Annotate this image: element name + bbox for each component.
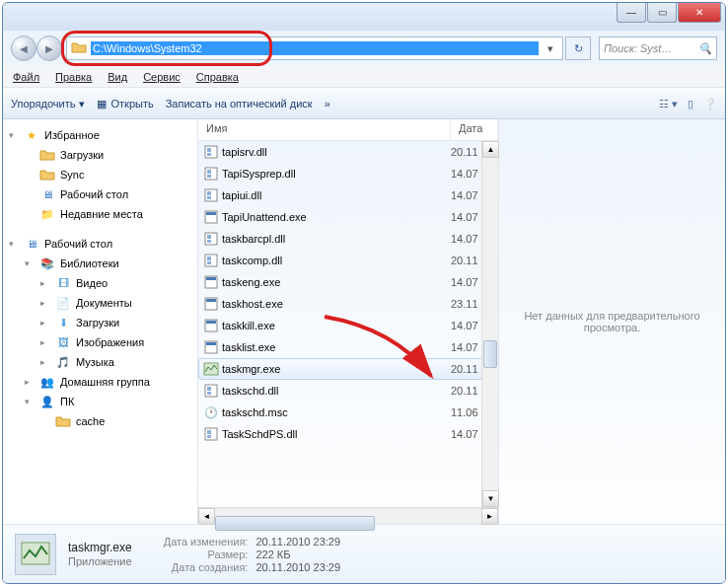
back-button[interactable]: ◄ bbox=[11, 36, 36, 61]
desktop-group[interactable]: ▾ 🖥 Рабочий стол bbox=[3, 234, 197, 254]
sidebar-item[interactable]: Sync bbox=[3, 165, 197, 184]
menu-edit[interactable]: Правка bbox=[55, 71, 92, 83]
organize-button[interactable]: Упорядочить▾ bbox=[11, 98, 85, 110]
scroll-thumb[interactable] bbox=[215, 516, 375, 531]
file-list: Имя Дата tapisrv.dll 20.11 TapiSysprep.d… bbox=[198, 119, 499, 524]
sidebar-item[interactable]: ▸ ⬇ Загрузки bbox=[3, 313, 197, 332]
svg-rect-7 bbox=[207, 191, 211, 195]
svg-rect-32 bbox=[22, 543, 49, 564]
file-row[interactable]: TaskSchdPS.dll 14.07 bbox=[198, 423, 498, 445]
svg-rect-20 bbox=[206, 299, 216, 302]
expand-icon: ▸ bbox=[40, 318, 50, 328]
libraries-group[interactable]: ▾ 📚 Библиотеки bbox=[3, 254, 197, 273]
menu-view[interactable]: Вид bbox=[108, 71, 127, 83]
vertical-scrollbar[interactable]: ▲ ▼ bbox=[481, 141, 498, 507]
file-icon: 🕐 bbox=[202, 404, 220, 420]
file-row[interactable]: tasklist.exe 14.07 bbox=[198, 336, 498, 358]
sidebar-item[interactable]: 🖥 Рабочий стол bbox=[3, 184, 197, 204]
horizontal-scrollbar[interactable]: ◄ ► bbox=[198, 507, 498, 524]
file-name: taskbarcpl.dll bbox=[220, 233, 451, 245]
menu-help[interactable]: Справка bbox=[196, 71, 239, 83]
scroll-thumb[interactable] bbox=[483, 340, 497, 368]
file-name: taskschd.msc bbox=[220, 406, 451, 418]
desktop-icon: 🖥 bbox=[24, 236, 39, 252]
file-row[interactable]: taskschd.dll 20.11 bbox=[198, 380, 498, 402]
file-icon bbox=[202, 361, 220, 377]
svg-rect-16 bbox=[207, 261, 211, 264]
explorer-window: — ▭ ✕ ◄ ► ▾ ↻ Поиск: Syst… 🔍 Файл Правка bbox=[2, 2, 726, 584]
help-icon[interactable]: ❔ bbox=[703, 98, 717, 110]
sidebar-item[interactable]: ▸ 🎞 Видео bbox=[3, 273, 197, 293]
file-rows: tapisrv.dll 20.11 TapiSysprep.dll 14.07 … bbox=[198, 141, 498, 507]
file-row[interactable]: taskkill.exe 14.07 bbox=[198, 315, 498, 336]
close-button[interactable]: ✕ bbox=[678, 3, 721, 23]
content-area: ▾ ★ Избранное Загрузки Sync 🖥 Рабочий ст… bbox=[3, 119, 725, 524]
scroll-down-icon[interactable]: ▼ bbox=[482, 490, 499, 507]
file-row[interactable]: taskeng.exe 14.07 bbox=[198, 271, 498, 293]
address-input[interactable] bbox=[91, 41, 539, 55]
svg-rect-22 bbox=[206, 321, 216, 324]
sidebar-item[interactable]: ▸ 📄 Документы bbox=[3, 293, 197, 313]
cache-item[interactable]: cache bbox=[3, 411, 197, 431]
view-options-icon[interactable]: ☷ ▾ bbox=[659, 98, 678, 110]
file-row[interactable]: taskcomp.dll 20.11 bbox=[198, 250, 498, 271]
address-dropdown-icon[interactable]: ▾ bbox=[543, 42, 558, 55]
details-pane: taskmgr.exe Приложение Дата изменения: 2… bbox=[3, 524, 725, 583]
file-row[interactable]: taskhost.exe 23.11 bbox=[198, 293, 498, 315]
file-icon bbox=[202, 231, 220, 247]
collapse-icon: ▾ bbox=[9, 239, 19, 249]
file-icon bbox=[202, 144, 220, 160]
burn-button[interactable]: Записать на оптический диск bbox=[166, 98, 313, 110]
details-filetype: Приложение bbox=[68, 555, 132, 567]
search-icon: 🔍 bbox=[698, 42, 712, 55]
file-row[interactable]: taskmgr.exe 20.11 bbox=[198, 358, 498, 380]
file-row[interactable]: TapiSysprep.dll 14.07 bbox=[198, 163, 498, 184]
menu-file[interactable]: Файл bbox=[13, 71, 39, 83]
expand-icon: ▸ bbox=[40, 337, 50, 347]
minimize-button[interactable]: — bbox=[617, 3, 646, 23]
file-row[interactable]: taskbarcpl.dll 14.07 bbox=[198, 228, 498, 250]
nav-bar: ◄ ► ▾ ↻ Поиск: Syst… 🔍 bbox=[3, 31, 725, 66]
sidebar-item-label: Изображения bbox=[76, 336, 144, 348]
menu-tools[interactable]: Сервис bbox=[143, 71, 181, 83]
file-name: tapisrv.dll bbox=[220, 146, 451, 158]
scroll-right-icon[interactable]: ► bbox=[481, 508, 498, 525]
svg-rect-30 bbox=[207, 430, 211, 434]
star-icon: ★ bbox=[24, 127, 39, 143]
file-icon bbox=[202, 296, 220, 312]
file-row[interactable]: tapiui.dll 14.07 bbox=[198, 184, 498, 206]
file-name: TaskSchdPS.dll bbox=[220, 428, 451, 440]
preview-pane-icon[interactable]: ▯ bbox=[688, 98, 693, 110]
desktop-icon: 🖥 bbox=[39, 186, 55, 202]
video-icon: 🎞 bbox=[55, 275, 71, 291]
svg-rect-12 bbox=[207, 235, 211, 239]
search-box[interactable]: Поиск: Syst… 🔍 bbox=[599, 37, 717, 60]
favorites-group[interactable]: ▾ ★ Избранное bbox=[3, 125, 197, 145]
scroll-up-icon[interactable]: ▲ bbox=[482, 141, 499, 158]
modified-value: 20.11.2010 23:29 bbox=[255, 536, 340, 548]
overflow-icon[interactable]: » bbox=[325, 98, 330, 110]
sidebar-item[interactable]: Загрузки bbox=[3, 145, 197, 165]
file-row[interactable]: tapisrv.dll 20.11 bbox=[198, 141, 498, 163]
scroll-left-icon[interactable]: ◄ bbox=[198, 508, 215, 525]
file-row[interactable]: 🕐 taskschd.msc 11.06 bbox=[198, 402, 498, 423]
menu-bar: Файл Правка Вид Сервис Справка bbox=[3, 66, 725, 88]
sidebar-item-label: Рабочий стол bbox=[60, 188, 128, 200]
address-bar[interactable]: ▾ bbox=[66, 37, 563, 60]
sidebar-item[interactable]: ▸ 🎵 Музыка bbox=[3, 352, 197, 372]
sidebar-item[interactable]: 📁 Недавние места bbox=[3, 204, 197, 224]
preview-pane: Нет данных для предварительного просмотр… bbox=[499, 119, 725, 524]
maximize-button[interactable]: ▭ bbox=[647, 3, 677, 23]
column-date[interactable]: Дата bbox=[451, 119, 498, 140]
svg-rect-13 bbox=[207, 240, 211, 243]
refresh-button[interactable]: ↻ bbox=[565, 37, 591, 60]
column-name[interactable]: Имя bbox=[198, 119, 451, 140]
pc-item[interactable]: ▾ 👤 ПК bbox=[3, 392, 197, 411]
forward-button[interactable]: ► bbox=[36, 36, 62, 61]
file-icon bbox=[202, 253, 220, 268]
file-name: taskcomp.dll bbox=[220, 255, 451, 266]
file-row[interactable]: TapiUnattend.exe 14.07 bbox=[198, 206, 498, 228]
homegroup-item[interactable]: ▸ 👥 Домашняя группа bbox=[3, 372, 197, 392]
sidebar-item[interactable]: ▸ 🖼 Изображения bbox=[3, 332, 197, 352]
open-button[interactable]: ▦ Открыть bbox=[97, 98, 153, 110]
